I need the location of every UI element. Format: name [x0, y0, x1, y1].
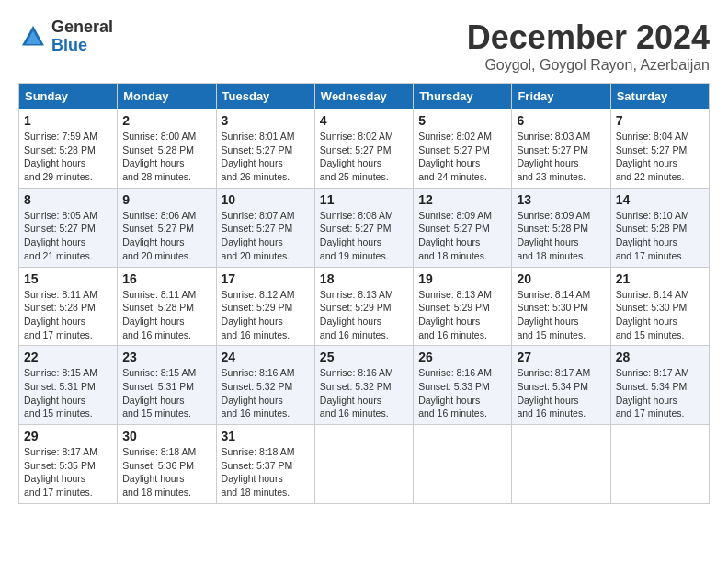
- cell-info: Sunrise: 7:59 AMSunset: 5:28 PMDaylight …: [24, 131, 97, 182]
- cell-info: Sunrise: 8:00 AMSunset: 5:28 PMDaylight …: [122, 131, 196, 182]
- cell-info: Sunrise: 8:13 AMSunset: 5:29 PMDaylight …: [418, 289, 492, 340]
- cell-day-number: 11: [320, 192, 408, 207]
- cell-day-number: 21: [616, 271, 704, 286]
- cell-info: Sunrise: 8:13 AMSunset: 5:29 PMDaylight …: [320, 289, 393, 340]
- cell-info: Sunrise: 8:03 AMSunset: 5:27 PMDaylight …: [517, 131, 590, 182]
- calendar-cell: 17 Sunrise: 8:12 AMSunset: 5:29 PMDaylig…: [216, 267, 314, 346]
- calendar-cell: 20 Sunrise: 8:14 AMSunset: 5:30 PMDaylig…: [512, 267, 610, 346]
- calendar-cell: 2 Sunrise: 8:00 AMSunset: 5:28 PMDayligh…: [118, 109, 216, 189]
- cell-info: Sunrise: 8:05 AMSunset: 5:27 PMDaylight …: [24, 210, 97, 261]
- cell-day-number: 5: [418, 113, 506, 128]
- logo-icon: [18, 22, 48, 52]
- cell-info: Sunrise: 8:18 AMSunset: 5:36 PMDaylight …: [122, 446, 196, 498]
- cell-info: Sunrise: 8:17 AMSunset: 5:35 PMDaylight …: [24, 446, 97, 498]
- calendar-cell: 4 Sunrise: 8:02 AMSunset: 5:27 PMDayligh…: [314, 109, 413, 189]
- title-area: December 2024 Goygol, Goygol Rayon, Azer…: [467, 18, 710, 74]
- calendar-week-2: 8 Sunrise: 8:05 AMSunset: 5:27 PMDayligh…: [19, 188, 710, 267]
- calendar-week-3: 15 Sunrise: 8:11 AMSunset: 5:28 PMDaylig…: [19, 267, 710, 346]
- month-title: December 2024: [467, 18, 710, 57]
- weekday-header-wednesday: Wednesday: [314, 84, 413, 109]
- cell-day-number: 4: [320, 113, 408, 128]
- cell-day-number: 16: [122, 271, 210, 286]
- calendar-table: SundayMondayTuesdayWednesdayThursdayFrid…: [18, 83, 710, 504]
- cell-info: Sunrise: 8:14 AMSunset: 5:30 PMDaylight …: [517, 289, 590, 340]
- calendar-cell: 29 Sunrise: 8:17 AMSunset: 5:35 PMDaylig…: [19, 425, 118, 504]
- calendar-cell: 25 Sunrise: 8:16 AMSunset: 5:32 PMDaylig…: [314, 346, 413, 425]
- weekday-header-sunday: Sunday: [19, 84, 118, 109]
- cell-info: Sunrise: 8:15 AMSunset: 5:31 PMDaylight …: [24, 367, 97, 419]
- calendar-cell: 14 Sunrise: 8:10 AMSunset: 5:28 PMDaylig…: [610, 188, 709, 267]
- cell-day-number: 17: [222, 271, 310, 286]
- calendar-week-5: 29 Sunrise: 8:17 AMSunset: 5:35 PMDaylig…: [19, 425, 710, 504]
- cell-info: Sunrise: 8:06 AMSunset: 5:27 PMDaylight …: [122, 210, 196, 261]
- logo-general: General: [51, 18, 113, 37]
- cell-info: Sunrise: 8:17 AMSunset: 5:34 PMDaylight …: [616, 367, 689, 419]
- calendar-cell: 1 Sunrise: 7:59 AMSunset: 5:28 PMDayligh…: [19, 109, 118, 189]
- cell-day-number: 2: [122, 113, 210, 128]
- cell-info: Sunrise: 8:16 AMSunset: 5:32 PMDaylight …: [320, 367, 393, 419]
- calendar-cell: 21 Sunrise: 8:14 AMSunset: 5:30 PMDaylig…: [610, 267, 709, 346]
- weekday-header-row: SundayMondayTuesdayWednesdayThursdayFrid…: [19, 84, 710, 109]
- calendar-cell: 15 Sunrise: 8:11 AMSunset: 5:28 PMDaylig…: [19, 267, 118, 346]
- cell-info: Sunrise: 8:11 AMSunset: 5:28 PMDaylight …: [122, 289, 196, 340]
- calendar-cell: 12 Sunrise: 8:09 AMSunset: 5:27 PMDaylig…: [414, 188, 512, 267]
- calendar-cell: [512, 425, 610, 504]
- cell-info: Sunrise: 8:12 AMSunset: 5:29 PMDaylight …: [222, 289, 295, 340]
- cell-info: Sunrise: 8:11 AMSunset: 5:28 PMDaylight …: [24, 289, 97, 340]
- cell-info: Sunrise: 8:02 AMSunset: 5:27 PMDaylight …: [320, 131, 393, 182]
- cell-day-number: 15: [24, 271, 112, 286]
- cell-info: Sunrise: 8:04 AMSunset: 5:27 PMDaylight …: [616, 131, 689, 182]
- cell-day-number: 29: [24, 429, 112, 443]
- cell-info: Sunrise: 8:15 AMSunset: 5:31 PMDaylight …: [122, 367, 196, 419]
- calendar-cell: 10 Sunrise: 8:07 AMSunset: 5:27 PMDaylig…: [216, 188, 314, 267]
- cell-day-number: 14: [616, 192, 704, 207]
- cell-day-number: 12: [418, 192, 506, 207]
- cell-info: Sunrise: 8:14 AMSunset: 5:30 PMDaylight …: [616, 289, 689, 340]
- cell-day-number: 6: [517, 113, 605, 128]
- calendar-cell: 11 Sunrise: 8:08 AMSunset: 5:27 PMDaylig…: [314, 188, 413, 267]
- weekday-header-friday: Friday: [512, 84, 610, 109]
- cell-day-number: 31: [222, 429, 310, 443]
- weekday-header-tuesday: Tuesday: [216, 84, 314, 109]
- cell-info: Sunrise: 8:18 AMSunset: 5:37 PMDaylight …: [222, 446, 295, 498]
- cell-info: Sunrise: 8:16 AMSunset: 5:33 PMDaylight …: [418, 367, 492, 419]
- cell-day-number: 8: [24, 192, 112, 207]
- cell-day-number: 10: [222, 192, 310, 207]
- weekday-header-monday: Monday: [118, 84, 216, 109]
- cell-day-number: 26: [418, 350, 506, 364]
- calendar-cell: 13 Sunrise: 8:09 AMSunset: 5:28 PMDaylig…: [512, 188, 610, 267]
- calendar-cell: 30 Sunrise: 8:18 AMSunset: 5:36 PMDaylig…: [118, 425, 216, 504]
- weekday-header-saturday: Saturday: [610, 84, 709, 109]
- calendar-cell: 6 Sunrise: 8:03 AMSunset: 5:27 PMDayligh…: [512, 109, 610, 189]
- cell-day-number: 7: [616, 113, 704, 128]
- calendar-cell: 24 Sunrise: 8:16 AMSunset: 5:32 PMDaylig…: [216, 346, 314, 425]
- cell-info: Sunrise: 8:01 AMSunset: 5:27 PMDaylight …: [222, 131, 295, 182]
- cell-info: Sunrise: 8:08 AMSunset: 5:27 PMDaylight …: [320, 210, 393, 261]
- calendar-cell: 19 Sunrise: 8:13 AMSunset: 5:29 PMDaylig…: [414, 267, 512, 346]
- calendar-cell: 9 Sunrise: 8:06 AMSunset: 5:27 PMDayligh…: [118, 188, 216, 267]
- cell-day-number: 9: [122, 192, 210, 207]
- calendar-cell: 23 Sunrise: 8:15 AMSunset: 5:31 PMDaylig…: [118, 346, 216, 425]
- cell-day-number: 18: [320, 271, 408, 286]
- calendar-cell: 28 Sunrise: 8:17 AMSunset: 5:34 PMDaylig…: [610, 346, 709, 425]
- calendar-week-1: 1 Sunrise: 7:59 AMSunset: 5:28 PMDayligh…: [19, 109, 710, 189]
- cell-day-number: 13: [517, 192, 605, 207]
- logo-blue: Blue: [51, 37, 113, 55]
- calendar-cell: 27 Sunrise: 8:17 AMSunset: 5:34 PMDaylig…: [512, 346, 610, 425]
- weekday-header-thursday: Thursday: [414, 84, 512, 109]
- calendar-cell: 3 Sunrise: 8:01 AMSunset: 5:27 PMDayligh…: [216, 109, 314, 189]
- cell-day-number: 23: [122, 350, 210, 364]
- calendar-cell: [414, 425, 512, 504]
- cell-info: Sunrise: 8:16 AMSunset: 5:32 PMDaylight …: [222, 367, 295, 419]
- calendar-cell: 16 Sunrise: 8:11 AMSunset: 5:28 PMDaylig…: [118, 267, 216, 346]
- cell-info: Sunrise: 8:09 AMSunset: 5:27 PMDaylight …: [418, 210, 492, 261]
- calendar-cell: 31 Sunrise: 8:18 AMSunset: 5:37 PMDaylig…: [216, 425, 314, 504]
- location-title: Goygol, Goygol Rayon, Azerbaijan: [467, 57, 710, 74]
- cell-info: Sunrise: 8:10 AMSunset: 5:28 PMDaylight …: [616, 210, 689, 261]
- cell-day-number: 19: [418, 271, 506, 286]
- cell-day-number: 20: [517, 271, 605, 286]
- cell-info: Sunrise: 8:02 AMSunset: 5:27 PMDaylight …: [418, 131, 492, 182]
- cell-day-number: 1: [24, 113, 112, 128]
- calendar-cell: 22 Sunrise: 8:15 AMSunset: 5:31 PMDaylig…: [19, 346, 118, 425]
- cell-day-number: 24: [222, 350, 310, 364]
